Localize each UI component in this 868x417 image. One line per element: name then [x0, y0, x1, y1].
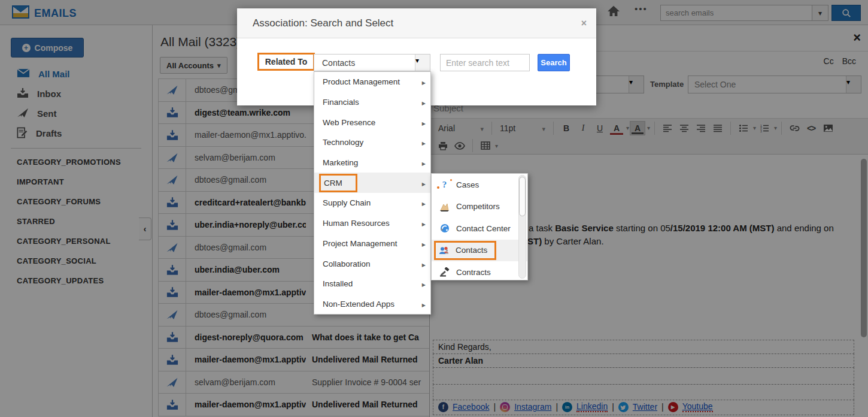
related-to-select[interactable]: Contacts — [314, 54, 430, 71]
dropdown-item-installed[interactable]: Installed — [314, 274, 430, 294]
sidebar-category-personal[interactable]: CATEGORY_PERSONAL — [0, 231, 152, 251]
align-center-icon[interactable] — [676, 121, 692, 135]
close-compose-icon[interactable] — [853, 30, 861, 46]
insert-link-icon[interactable] — [787, 121, 802, 135]
bold-icon[interactable]: B — [559, 121, 574, 135]
scrollbar[interactable] — [861, 156, 867, 416]
bcc-toggle[interactable]: Bcc — [842, 56, 856, 66]
chevron-down-icon[interactable] — [647, 125, 650, 131]
sidebar-category-important[interactable]: IMPORTANT — [0, 172, 152, 192]
sidebar-category-social[interactable]: CATEGORY_SOCIAL — [0, 251, 152, 271]
submenu-arrow-icon — [422, 98, 426, 107]
align-left-icon[interactable] — [660, 121, 675, 135]
youtube-link[interactable]: Youtube — [682, 401, 713, 412]
submenu-item-contracts[interactable]: Contracts — [432, 261, 527, 280]
cc-toggle[interactable]: Cc — [824, 56, 834, 66]
signature-name[interactable]: Carter Alan — [433, 353, 854, 368]
mail-sender: dbtoes@gmail.com — [186, 175, 306, 185]
chevron-down-icon[interactable] — [495, 143, 498, 149]
received-icon — [159, 124, 186, 146]
insert-table-icon[interactable] — [478, 138, 493, 153]
app-logo: EMAILS — [12, 5, 77, 21]
search-input[interactable] — [660, 5, 812, 21]
scrollbar-thumb[interactable] — [519, 177, 526, 216]
dropdown-item-product-management[interactable]: Product Management — [314, 72, 430, 92]
signature-line[interactable]: Kind Regards, — [433, 340, 854, 354]
compose-button[interactable]: Compose — [11, 38, 84, 58]
dropdown-item-crm[interactable]: CRM — [314, 173, 430, 193]
mail-list-row[interactable]: selvam@berijam.comSupplier Invoice # 9-0… — [159, 371, 429, 394]
preview-eye-icon[interactable] — [452, 138, 468, 153]
dropdown-item-project-management[interactable]: Project Management — [314, 234, 430, 254]
submenu-scrollbar[interactable] — [518, 175, 526, 279]
chevron-down-icon[interactable] — [774, 125, 777, 131]
sidebar-item-inbox[interactable]: Inbox — [0, 84, 152, 104]
mail-list-row[interactable]: mailer-daemon@mx1.apptivo.cUndelivered M… — [159, 394, 429, 416]
draft-document-icon — [17, 127, 28, 140]
dropdown-item-collaboration[interactable]: Collaboration — [314, 253, 430, 274]
dropdown-item-technology[interactable]: Technology — [314, 132, 430, 153]
submenu-arrow-icon — [422, 300, 426, 309]
dropdown-item-web-presence[interactable]: Web Presence — [314, 112, 430, 132]
home-icon[interactable] — [607, 5, 620, 19]
mail-list-row[interactable]: digest-noreply@quora.comWhat does it tak… — [159, 327, 429, 349]
linkedin-link[interactable]: Linkedin — [576, 401, 608, 412]
magnifier-icon — [842, 8, 851, 18]
more-options-icon[interactable] — [635, 4, 648, 14]
modal-close-icon[interactable] — [581, 18, 587, 29]
scrollbar-thumb[interactable] — [861, 159, 867, 337]
print-icon[interactable] — [435, 138, 451, 153]
dropdown-item-non-extended-apps[interactable]: Non-Extended Apps — [314, 294, 430, 315]
insert-image-icon[interactable] — [820, 121, 836, 135]
association-search-button[interactable]: Search — [538, 54, 570, 71]
chevron-down-icon[interactable] — [753, 125, 756, 131]
sidebar-category-forums[interactable]: CATEGORY_FORUMS — [0, 192, 152, 211]
sidebar-item-all-mail[interactable]: All Mail — [0, 64, 152, 84]
highlight-color-icon[interactable]: A — [630, 121, 645, 135]
sidebar-category-updates[interactable]: CATEGORY_UPDATES — [0, 271, 152, 291]
dropdown-item-financials[interactable]: Financials — [314, 92, 430, 113]
signature-empty-line[interactable] — [433, 384, 854, 400]
text-color-icon[interactable]: A — [609, 121, 624, 135]
submenu-arrow-icon — [422, 138, 426, 147]
accounts-filter-button[interactable]: All Accounts — [160, 57, 227, 74]
font-family-select[interactable]: Arial — [435, 121, 487, 135]
modal-header: Association: Search and Select — [237, 8, 596, 38]
source-code-icon[interactable] — [803, 121, 819, 135]
italic-icon[interactable]: I — [575, 121, 591, 135]
underline-icon[interactable]: U — [592, 121, 608, 135]
sidebar-item-label: Inbox — [37, 89, 61, 99]
chevron-down-icon[interactable] — [626, 125, 629, 131]
submenu-item-contact-center[interactable]: Contact Center — [432, 217, 527, 240]
bullet-list-icon[interactable] — [736, 121, 751, 135]
sidebar-category-starred[interactable]: STARRED — [0, 211, 152, 231]
sent-icon — [159, 79, 186, 101]
submenu-item-cases[interactable]: ? Cases — [432, 174, 527, 196]
dropdown-item-marketing[interactable]: Marketing — [314, 153, 430, 173]
twitter-link[interactable]: Twitter — [633, 402, 657, 412]
sidebar-item-drafts[interactable]: Drafts — [0, 123, 152, 143]
numbered-list-icon[interactable]: 123 — [757, 121, 772, 135]
signature-empty-line[interactable] — [433, 367, 854, 385]
sidebar-collapse-icon[interactable] — [139, 217, 151, 240]
submenu-item-competitors[interactable]: Competitors — [432, 196, 527, 218]
submenu-arrow-icon — [422, 118, 426, 127]
chevron-down-icon — [629, 76, 644, 93]
align-justify-icon[interactable] — [710, 121, 726, 135]
search-button[interactable] — [831, 5, 861, 21]
font-size-select[interactable]: 11pt — [496, 121, 549, 135]
instagram-link[interactable]: Instagram — [514, 402, 551, 412]
align-right-icon[interactable] — [693, 121, 709, 135]
search-options-caret-icon[interactable] — [812, 5, 828, 21]
dropdown-item-human-resources[interactable]: Human Resources — [314, 213, 430, 234]
facebook-link[interactable]: Facebook — [453, 402, 489, 412]
sent-icon — [159, 304, 186, 326]
dropdown-item-supply-chain[interactable]: Supply Chain — [314, 193, 430, 213]
template-select[interactable]: Select One — [688, 75, 861, 93]
sidebar-category-promotions[interactable]: CATEGORY_PROMOTIONS — [0, 152, 152, 172]
mail-list-row[interactable]: mailer-daemon@mx1.apptivo.cUndelivered M… — [159, 349, 429, 371]
submenu-item-contacts[interactable]: Contacts — [432, 240, 527, 262]
sidebar-item-label: Drafts — [36, 128, 62, 138]
sidebar-item-sent[interactable]: Sent — [0, 104, 152, 123]
association-search-input[interactable] — [440, 54, 530, 71]
